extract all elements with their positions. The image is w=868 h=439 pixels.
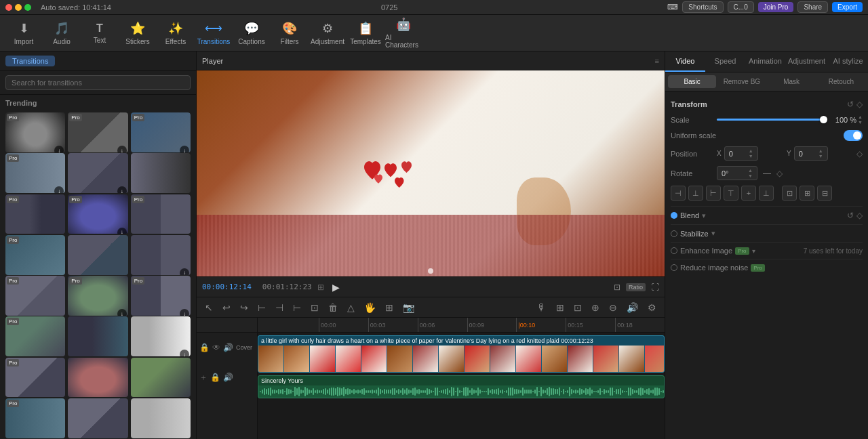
zoom-in-icon[interactable]: ⊕ <box>589 301 602 314</box>
uniform-scale-toggle[interactable] <box>844 130 863 141</box>
transition-item-20[interactable] <box>131 358 191 398</box>
scale-down[interactable]: ▼ <box>858 120 863 125</box>
snapshot-tool[interactable]: 📷 <box>400 301 417 314</box>
transition-item-3[interactable]: Pro↓Shimmer <box>5 153 65 193</box>
transition-item-2[interactable]: Pro↓Pull In II <box>131 112 191 152</box>
fullscreen-icon[interactable]: ⛶ <box>651 283 659 292</box>
transition-item-1[interactable]: Pro↓Swipe Left <box>68 112 127 152</box>
redo-icon[interactable]: ↪ <box>237 301 251 314</box>
position-y-value[interactable]: 0 ▲ ▼ <box>794 146 828 161</box>
transition-item-18[interactable]: Pro <box>5 358 65 398</box>
transition-item-7[interactable]: Pro↓Bubble Blur <box>68 194 127 234</box>
timeline-setting1[interactable]: ⊞ <box>553 301 567 314</box>
export-button[interactable]: Export <box>832 2 863 12</box>
fullscreen-button[interactable] <box>24 4 31 11</box>
minimize-button[interactable] <box>15 4 22 11</box>
toolbar-filters[interactable]: 🎨 Filters <box>271 17 308 49</box>
sub-tab-basic[interactable]: Basic <box>668 75 716 88</box>
align-center-h-icon[interactable]: ⊥ <box>688 186 703 201</box>
transition-item-13[interactable]: Pro↓Snap Zoom <box>68 276 127 316</box>
select-tool[interactable]: ↖ <box>202 301 216 314</box>
toolbar-adjustment[interactable]: ⚙ Adjustment <box>309 17 346 49</box>
sub-tab-retouch[interactable]: Retouch <box>817 75 865 88</box>
rotate-keyframe-icon[interactable]: ◇ <box>776 169 783 178</box>
sub-tab-mask[interactable]: Mask <box>768 75 816 88</box>
toolbar-effects[interactable]: ✨ Effects <box>157 17 194 49</box>
position-x-value[interactable]: 0 ▲ ▼ <box>724 146 758 161</box>
player-menu-icon[interactable]: ≡ <box>655 57 659 65</box>
crop-tool[interactable]: ⊡ <box>308 301 321 314</box>
transition-item-6[interactable]: ProComparison II <box>5 194 65 234</box>
tab-speed[interactable]: Speed <box>705 51 745 72</box>
audio-record-icon[interactable]: 🎙 <box>534 301 549 314</box>
track-audio-icon[interactable]: 🔊 <box>223 343 233 352</box>
blend-reset-icon[interactable]: ↺ <box>847 211 854 220</box>
pos-x-down[interactable]: ▼ <box>749 154 753 159</box>
audio-clip[interactable]: Sincerely Yours <box>258 375 665 398</box>
track-lock2-icon[interactable]: 🔒 <box>210 373 220 382</box>
position-keyframe-icon[interactable]: ◇ <box>856 149 863 159</box>
rotate-value[interactable]: 0° ▲ ▼ <box>717 166 757 180</box>
align-extra2-icon[interactable]: ⊞ <box>800 186 814 201</box>
split-tool[interactable]: ⊢ <box>255 301 269 314</box>
pos-y-up[interactable]: ▲ <box>818 148 823 153</box>
transition-item-10[interactable]: Pull In <box>68 235 127 275</box>
search-input[interactable] <box>5 75 191 90</box>
rotate-down[interactable]: ▼ <box>748 173 753 178</box>
align-left-icon[interactable]: ⊣ <box>671 186 686 201</box>
close-button[interactable] <box>5 4 12 11</box>
zoom-out-icon[interactable]: ⊖ <box>606 301 620 314</box>
toolbar-audio[interactable]: 🎵 Audio <box>43 17 80 49</box>
toolbar-ai-characters[interactable]: 🤖 AI Characters <box>385 17 422 49</box>
rotate-ccw-icon[interactable]: — <box>763 169 771 178</box>
transition-item-22[interactable] <box>68 398 127 438</box>
pos-y-down[interactable]: ▼ <box>818 154 823 159</box>
grid-icon[interactable]: ⊞ <box>317 283 324 292</box>
timeline-settings-icon[interactable]: ⚙ <box>645 301 659 314</box>
align-top-icon[interactable]: ⊤ <box>724 186 738 201</box>
trim-start-tool[interactable]: ⊣ <box>273 301 286 314</box>
transform-reset-icon[interactable]: ↺ <box>847 100 854 109</box>
transition-item-23[interactable] <box>131 398 191 438</box>
transition-item-16[interactable]: Left <box>68 316 127 356</box>
toolbar-transitions[interactable]: ⟷ Transitions <box>195 17 232 49</box>
align-right-icon[interactable]: ⊢ <box>706 186 721 201</box>
track-add-icon[interactable]: ＋ <box>199 372 208 383</box>
transition-item-4[interactable]: ↓Mix <box>68 153 127 193</box>
toolbar-import[interactable]: ⬇ Import <box>5 17 42 49</box>
ratio-badge[interactable]: Ratio <box>626 283 646 291</box>
undo-icon[interactable]: ↩ <box>220 301 233 314</box>
tab-ai-stylize[interactable]: AI stylize <box>828 51 868 72</box>
scale-up[interactable]: ▲ <box>858 114 863 119</box>
transitions-tab[interactable]: Transitions <box>5 56 55 66</box>
transition-item-11[interactable]: ↓Pull Out <box>131 235 191 275</box>
transition-item-15[interactable]: ProDissolve IV <box>5 316 65 356</box>
toolbar-text[interactable]: T Text <box>81 17 118 49</box>
transform-keyframe-icon[interactable]: ◇ <box>856 100 863 109</box>
tab-adjustment[interactable]: Adjustment <box>785 51 828 72</box>
join-pro-button[interactable]: Join Pro <box>758 2 794 12</box>
transition-item-14[interactable]: Pro↓Pull th...en left <box>131 276 191 316</box>
toolbar-stickers[interactable]: ⭐ Stickers <box>119 17 156 49</box>
sub-tab-remove-bg[interactable]: Remove BG <box>717 75 766 88</box>
marker-tool[interactable]: △ <box>344 301 357 314</box>
shortcuts-button[interactable]: Shortcuts <box>682 1 723 13</box>
stabilize-row[interactable]: Stabilize ▾ <box>671 224 863 242</box>
blend-row[interactable]: Blend ▾ ↺ ◇ <box>671 206 863 224</box>
volume-icon[interactable]: 🔊 <box>624 301 641 314</box>
play-button[interactable]: ▶ <box>330 280 343 294</box>
align-extra1-icon[interactable]: ⊡ <box>782 186 797 201</box>
transition-item-9[interactable]: ProPull Away <box>5 235 65 275</box>
transition-item-12[interactable]: ProPhoto Switch <box>5 276 65 316</box>
transition-item-17[interactable]: ↓White Flash <box>131 316 191 356</box>
fit-icon[interactable]: ⊡ <box>614 283 620 292</box>
tab-video[interactable]: Video <box>665 51 705 72</box>
scale-slider-thumb[interactable] <box>820 116 827 123</box>
blend-keyframe-icon[interactable]: ◇ <box>856 211 863 220</box>
align-extra3-icon[interactable]: ⊟ <box>817 186 832 201</box>
toolbar-templates[interactable]: 📋 Templates <box>347 17 384 49</box>
track-eye-icon[interactable]: 👁 <box>212 343 220 352</box>
rotate-up[interactable]: ▲ <box>748 168 753 173</box>
delete-tool[interactable]: 🗑 <box>326 301 340 314</box>
share-button[interactable]: Share <box>797 1 828 13</box>
